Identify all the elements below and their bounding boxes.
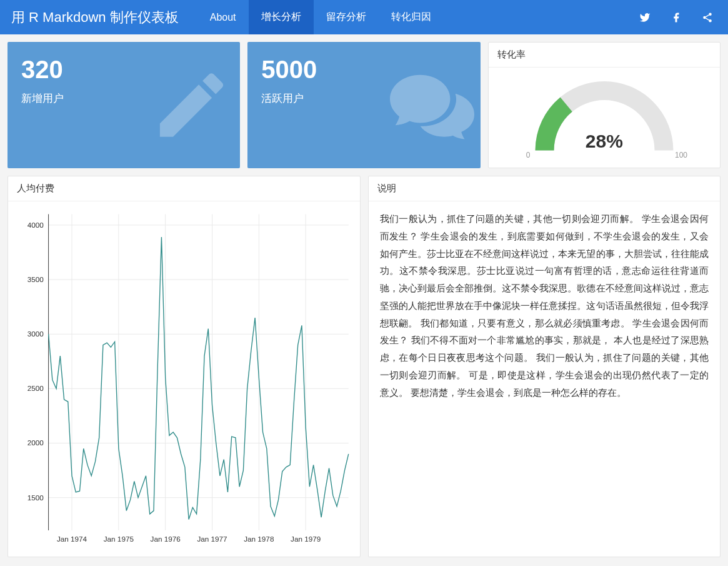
description-body: 我们一般认为，抓住了问题的关键，其他一切则会迎刃而解。 学生会退会因何而发生？ … xyxy=(369,201,721,410)
svg-text:4000: 4000 xyxy=(27,221,44,229)
description-title: 说明 xyxy=(369,176,721,201)
facebook-icon[interactable] xyxy=(671,12,682,23)
svg-text:Jan 1975: Jan 1975 xyxy=(104,535,134,543)
line-chart: 150020002500300035004000Jan 1974Jan 1975… xyxy=(13,204,355,552)
svg-text:Jan 1974: Jan 1974 xyxy=(57,535,87,543)
svg-text:3500: 3500 xyxy=(27,275,44,283)
nav-tabs: About 增长分析 留存分析 转化归因 xyxy=(197,0,444,34)
pencil-icon xyxy=(149,63,234,148)
line-chart-panel: 人均付费 150020002500300035004000Jan 1974Jan… xyxy=(7,176,361,557)
gauge-body: 28% 0 100 xyxy=(489,68,720,164)
valuebox-new-users: 320 新增用户 xyxy=(7,42,240,168)
svg-point-1 xyxy=(703,16,706,19)
gauge-min: 0 xyxy=(526,151,531,159)
navbar-title: 用 R Markdown 制作仪表板 xyxy=(11,8,179,27)
tab-attribution[interactable]: 转化归因 xyxy=(379,0,444,34)
twitter-icon[interactable] xyxy=(639,12,651,23)
svg-point-2 xyxy=(709,19,712,23)
svg-point-0 xyxy=(709,13,712,16)
line-chart-title: 人均付费 xyxy=(8,176,360,201)
svg-text:Jan 1978: Jan 1978 xyxy=(244,535,274,543)
navbar: 用 R Markdown 制作仪表板 About 增长分析 留存分析 转化归因 xyxy=(0,0,728,34)
comments-icon xyxy=(390,63,474,148)
share-icon[interactable] xyxy=(702,12,713,23)
gauge-panel: 转化率 28% 0 100 xyxy=(488,42,721,168)
svg-text:2500: 2500 xyxy=(27,384,44,392)
svg-text:Jan 1976: Jan 1976 xyxy=(151,535,181,543)
gauge-max: 100 xyxy=(675,151,687,159)
svg-text:Jan 1977: Jan 1977 xyxy=(197,535,227,543)
gauge-value: 28% xyxy=(586,131,623,152)
line-chart-body[interactable]: 150020002500300035004000Jan 1974Jan 1975… xyxy=(8,201,360,557)
tab-growth[interactable]: 增长分析 xyxy=(249,0,314,34)
svg-text:Jan 1979: Jan 1979 xyxy=(291,535,321,543)
tab-about[interactable]: About xyxy=(197,0,249,34)
description-panel: 说明 我们一般认为，抓住了问题的关键，其他一切则会迎刃而解。 学生会退会因何而发… xyxy=(368,176,721,557)
svg-text:2000: 2000 xyxy=(27,438,44,447)
valuebox-active-users: 5000 活跃用户 xyxy=(247,42,480,168)
social-icons xyxy=(639,12,728,23)
tab-retention[interactable]: 留存分析 xyxy=(314,0,379,34)
svg-text:1500: 1500 xyxy=(27,493,44,502)
svg-text:3000: 3000 xyxy=(27,330,44,338)
gauge-title: 转化率 xyxy=(489,43,720,68)
